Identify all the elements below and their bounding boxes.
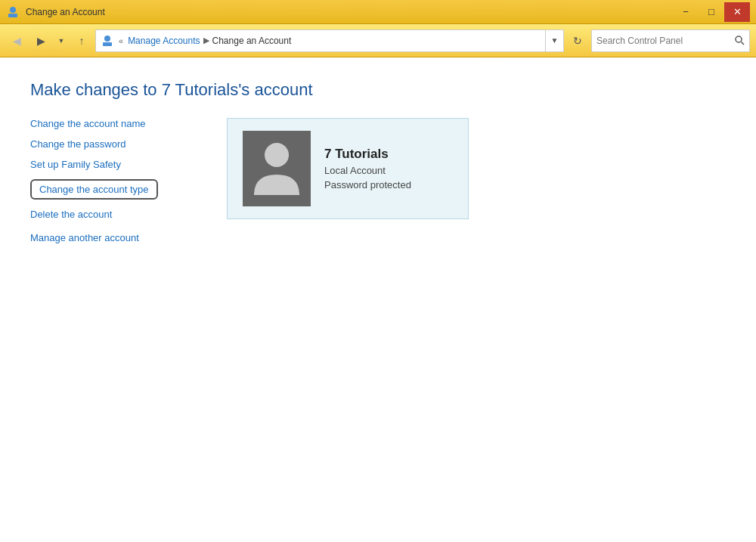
account-card: 7 Tutorials Local Account Password prote…: [227, 118, 469, 219]
manage-another-account-link[interactable]: Manage another account: [30, 232, 197, 243]
svg-point-4: [736, 36, 742, 42]
svg-rect-3: [103, 42, 112, 46]
search-bar: [591, 29, 750, 52]
page-heading: Make changes to 7 Tutorials's account: [30, 80, 726, 100]
svg-point-0: [10, 7, 16, 13]
breadcrumb-bar: « Manage Accounts ▶ Change an Account: [95, 29, 546, 52]
actions-column: Change the account name Change the passw…: [30, 118, 197, 243]
delete-account-link[interactable]: Delete the account: [30, 209, 197, 220]
user-silhouette-icon: [250, 138, 303, 199]
refresh-button[interactable]: ↻: [567, 30, 588, 51]
breadcrumb-dropdown-button[interactable]: ▼: [546, 29, 564, 52]
svg-point-6: [265, 143, 289, 167]
back-button[interactable]: ◀: [6, 30, 27, 51]
breadcrumb-arrow: ▶: [203, 36, 209, 45]
account-info: 7 Tutorials Local Account Password prote…: [324, 147, 411, 190]
breadcrumb-parent-link[interactable]: Manage Accounts: [128, 36, 200, 46]
family-safety-link[interactable]: Set up Family Safety: [30, 159, 197, 170]
svg-point-2: [104, 36, 110, 42]
up-button[interactable]: ↑: [71, 30, 92, 51]
content-area: Make changes to 7 Tutorials's account Ch…: [0, 57, 756, 542]
maximize-button[interactable]: □: [699, 2, 724, 22]
main-layout: Change the account name Change the passw…: [30, 118, 726, 243]
search-input[interactable]: [596, 36, 732, 46]
forward-button[interactable]: ▶: [30, 30, 51, 51]
title-bar: Change an Account − □ ✕: [0, 0, 756, 24]
breadcrumb-current: Change an Account: [212, 36, 292, 46]
change-account-type-link[interactable]: Change the account type: [30, 179, 158, 200]
account-detail-password: Password protected: [324, 179, 411, 190]
history-dropdown-button[interactable]: ▼: [54, 30, 68, 51]
breadcrumb-expand: «: [119, 36, 123, 45]
account-detail-type: Local Account: [324, 165, 411, 176]
breadcrumb-icon: [101, 34, 114, 48]
nav-bar: ◀ ▶ ▼ ↑ « Manage Accounts ▶ Change an Ac…: [0, 24, 756, 57]
svg-line-5: [742, 42, 745, 45]
svg-rect-1: [8, 14, 17, 17]
avatar: [243, 131, 311, 206]
window-title: Change an Account: [26, 7, 105, 17]
search-button[interactable]: [735, 36, 745, 45]
search-icon: [735, 36, 745, 45]
title-bar-left: Change an Account: [6, 5, 105, 19]
account-name: 7 Tutorials: [324, 147, 411, 162]
change-password-link[interactable]: Change the password: [30, 138, 197, 150]
app-icon: [6, 5, 20, 19]
change-account-name-link[interactable]: Change the account name: [30, 118, 197, 129]
minimize-button[interactable]: −: [673, 2, 699, 22]
title-bar-buttons: − □ ✕: [673, 2, 750, 22]
close-button[interactable]: ✕: [724, 2, 750, 22]
